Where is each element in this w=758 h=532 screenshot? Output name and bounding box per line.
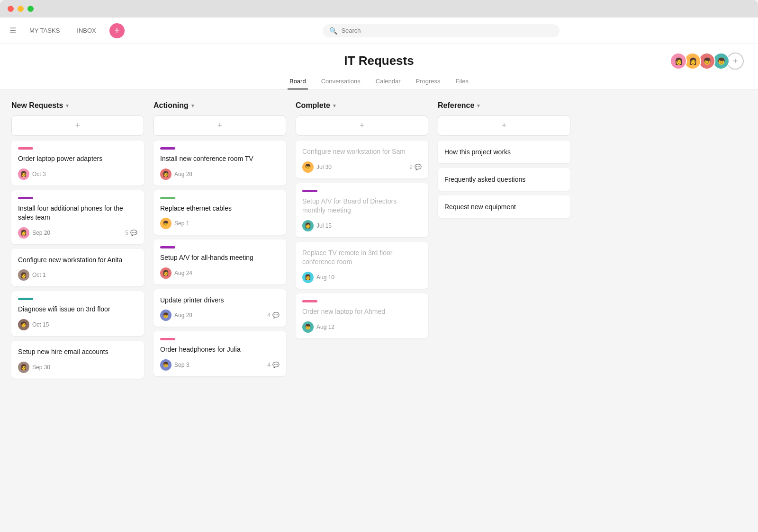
avatar: 👩 — [670, 53, 687, 70]
avatar: 👦 — [302, 161, 314, 173]
card-meta: 👩 Oct 1 — [18, 269, 137, 281]
avatar: 👩 — [160, 168, 171, 180]
column-header-actioning: Actioning ▾ — [153, 101, 286, 110]
card-install-phones[interactable]: Install four additional phones for the s… — [11, 190, 144, 244]
search-bar: 🔍 — [323, 24, 559, 37]
card-title: Setup A/V for all-hands meeting — [160, 253, 280, 263]
add-task-button-new-requests[interactable]: + — [11, 115, 144, 136]
avatar: 👩 — [18, 269, 29, 281]
column-header-reference: Reference ▾ — [438, 101, 570, 110]
card-assignee: 👩 Aug 28 — [160, 168, 192, 180]
card-email-accounts[interactable]: Setup new hire email accounts 👩 Sep 30 — [11, 341, 144, 379]
search-icon: 🔍 — [329, 27, 337, 35]
project-header: 👩 👩 👦 👦 + IT Requests Board Conversation… — [0, 44, 758, 90]
ref-card-request-equipment[interactable]: Request new equipment — [438, 195, 570, 218]
card-accent — [160, 246, 175, 248]
card-title: Configure new workstation for Anita — [18, 256, 137, 265]
card-meta: 👩 Sep 30 — [18, 362, 137, 373]
board: New Requests ▾ + Order laptop power adap… — [0, 90, 758, 532]
card-assignee: 👩 Sep 30 — [18, 362, 50, 373]
add-task-button-actioning[interactable]: + — [153, 115, 286, 136]
chevron-down-icon: ▾ — [333, 103, 336, 109]
avatar: 🧑 — [18, 319, 29, 330]
card-title: Order new laptop for Ahmed — [302, 307, 422, 317]
card-date: Oct 1 — [32, 272, 46, 278]
card-av-board[interactable]: Setup A/V for Board of Directors monthly… — [296, 183, 428, 237]
avatar: 👩 — [18, 227, 29, 239]
column-title-complete: Complete ▾ — [296, 101, 336, 110]
card-meta: 👩 Oct 3 — [18, 168, 137, 180]
card-assignee: 👦 Sep 3 — [160, 359, 189, 371]
card-comments: 2 💬 — [409, 164, 422, 170]
add-button[interactable]: + — [109, 23, 125, 38]
tab-conversations[interactable]: Conversations — [319, 74, 362, 89]
project-tabs: Board Conversations Calendar Progress Fi… — [0, 74, 758, 89]
card-meta: 👩 Aug 24 — [160, 267, 280, 279]
card-title: Install new conference room TV — [160, 154, 280, 164]
card-laptop-ahmed[interactable]: Order new laptop for Ahmed 👦 Aug 12 — [296, 293, 428, 338]
chevron-down-icon: ▾ — [477, 103, 480, 109]
card-accent — [18, 147, 33, 150]
card-conference-tv[interactable]: Install new conference room TV 👩 Aug 28 — [153, 141, 286, 186]
card-assignee: 🧑 Oct 15 — [18, 319, 49, 330]
members-bar: 👩 👩 👦 👦 + — [673, 53, 744, 70]
ref-card-how-this-works[interactable]: How this project works — [438, 141, 570, 163]
card-assignee: 👩 Aug 10 — [302, 272, 334, 283]
card-date: Aug 28 — [174, 312, 192, 319]
card-wifi-issue[interactable]: Diagnose wifi issue on 3rd floor 🧑 Oct 1… — [11, 291, 144, 336]
my-tasks-nav[interactable]: MY TASKS — [26, 25, 63, 36]
card-assignee: 👩 Sep 20 — [18, 227, 50, 239]
card-tv-remote[interactable]: Replace TV remote in 3rd floor conferenc… — [296, 242, 428, 289]
card-printer-drivers[interactable]: Update printer drivers 👦 Aug 28 4 💬 — [153, 289, 286, 327]
comment-icon: 💬 — [130, 230, 137, 236]
tab-files[interactable]: Files — [454, 74, 470, 89]
search-input[interactable] — [341, 27, 553, 34]
hamburger-icon[interactable]: ☰ — [9, 26, 16, 35]
column-header-new-requests: New Requests ▾ — [11, 101, 144, 110]
card-meta: 🧑 Oct 15 — [18, 319, 137, 330]
card-ethernet-cables[interactable]: Replace ethernet cables 👦 Sep 1 — [153, 190, 286, 235]
card-title: Update printer drivers — [160, 296, 280, 305]
card-title: Replace TV remote in 3rd floor conferenc… — [302, 248, 422, 267]
top-nav: ☰ MY TASKS INBOX + 🔍 — [0, 18, 758, 44]
minimize-icon[interactable] — [18, 6, 24, 12]
ref-card-faq[interactable]: Frequently asked questions — [438, 168, 570, 191]
card-meta: 👩 Sep 20 5 💬 — [18, 227, 137, 239]
inbox-nav[interactable]: INBOX — [73, 25, 99, 36]
card-workstation-sam[interactable]: Configure new workstation for Sam 👦 Jul … — [296, 141, 428, 178]
column-title-new-requests: New Requests ▾ — [11, 101, 69, 110]
card-title: Order laptop power adapters — [18, 154, 137, 164]
card-av-allhands[interactable]: Setup A/V for all-hands meeting 👩 Aug 24 — [153, 239, 286, 284]
card-title: Configure new workstation for Sam — [302, 147, 422, 157]
card-accent — [18, 197, 33, 199]
card-accent — [18, 298, 33, 300]
column-header-complete: Complete ▾ — [296, 101, 428, 110]
card-date: Oct 3 — [32, 171, 46, 177]
add-task-button-complete[interactable]: + — [296, 115, 428, 136]
tab-board[interactable]: Board — [288, 74, 308, 89]
avatar: 👩 — [302, 220, 314, 231]
ref-card-title: Request new equipment — [444, 203, 564, 211]
card-headphones-julia[interactable]: Order headphones for Julia 👦 Sep 3 4 💬 — [153, 331, 286, 376]
card-title: Order headphones for Julia — [160, 345, 280, 355]
card-date: Sep 20 — [32, 230, 50, 236]
avatar: 👩 — [160, 267, 171, 279]
card-order-laptop-adapters[interactable]: Order laptop power adapters 👩 Oct 3 — [11, 141, 144, 186]
add-task-button-reference[interactable]: + — [438, 115, 570, 136]
maximize-icon[interactable] — [27, 6, 34, 12]
card-accent — [160, 338, 175, 340]
close-icon[interactable] — [8, 6, 14, 12]
card-date: Sep 1 — [174, 220, 189, 227]
avatar: 👩 — [18, 168, 29, 180]
card-title: Replace ethernet cables — [160, 204, 280, 213]
card-meta: 👩 Aug 28 — [160, 168, 280, 180]
card-date: Aug 28 — [174, 171, 192, 177]
avatar: 👦 — [302, 321, 314, 333]
tab-progress[interactable]: Progress — [414, 74, 442, 89]
card-title: Install four additional phones for the s… — [18, 204, 137, 222]
comment-icon: 💬 — [272, 362, 280, 368]
tab-calendar[interactable]: Calendar — [374, 74, 403, 89]
card-workstation-anita[interactable]: Configure new workstation for Anita 👩 Oc… — [11, 249, 144, 287]
card-title: Diagnose wifi issue on 3rd floor — [18, 305, 137, 314]
card-accent — [302, 300, 317, 302]
